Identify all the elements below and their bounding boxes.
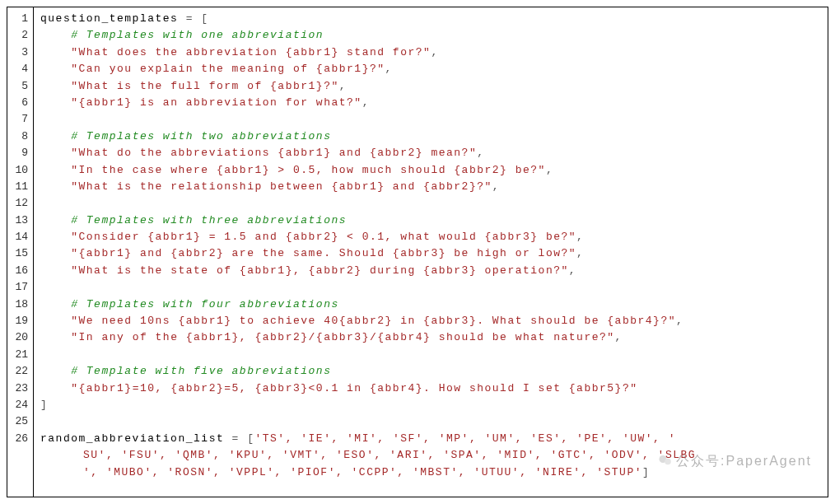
code-block: 1 2 3 4 5 6 7 8 9 10 11 12 13 14 15 16 1…	[7, 7, 828, 497]
code-line: "What is the state of {abbr1}, {abbr2} d…	[40, 263, 821, 279]
code-line: "{abbr1}=10, {abbr2}=5, {abbr3}<0.1 in {…	[40, 380, 821, 397]
code-line: "Consider {abbr1} = 1.5 and {abbr2} < 0.…	[40, 229, 821, 245]
comment: # Templates with three abbreviations	[71, 214, 347, 226]
string-literal: "What is the state of {abbr1}, {abbr2} d…	[71, 264, 569, 277]
punct: ,	[362, 96, 370, 109]
indent	[40, 63, 71, 75]
indent	[40, 80, 71, 92]
indent	[40, 231, 71, 243]
indent	[40, 264, 71, 277]
string-literal: "{abbr1}=10, {abbr2}=5, {abbr3}<0.1 in {…	[71, 382, 637, 394]
indent	[40, 315, 71, 327]
punct: ,	[492, 180, 500, 193]
string-literal: ', 'MUBO', 'ROSN', 'VPPL', 'PIOF', 'CCPP…	[83, 466, 642, 478]
code-line: "In any of the {abbr1}, {abbr2}/{abbr3}/…	[40, 329, 821, 346]
line-number: 14	[11, 229, 28, 245]
string-literal: SU', 'FSU', 'QMB', 'KPU', 'VMT', 'ESO', …	[83, 449, 696, 461]
code-line: "{abbr1} is an abbreviation for what?",	[40, 95, 821, 111]
line-number: 17	[11, 279, 28, 296]
line-number-gutter: 1 2 3 4 5 6 7 8 9 10 11 12 13 14 15 16 1…	[7, 7, 34, 497]
indent	[40, 130, 71, 142]
code-line-wrap: ', 'MUBO', 'ROSN', 'VPPL', 'PIOF', 'CCPP…	[40, 464, 821, 481]
line-number: 9	[11, 145, 28, 161]
string-literal: "What is the relationship between {abbr1…	[71, 180, 492, 193]
code-line: question_templates = [	[40, 11, 821, 27]
identifier: random_abbreviation_list	[40, 432, 232, 445]
code-line	[40, 195, 821, 212]
line-number: 8	[11, 128, 28, 145]
indent	[40, 214, 71, 226]
string-literal: "What do the abbreviations {abbr1} and {…	[71, 147, 477, 159]
indent	[40, 180, 71, 193]
indent	[40, 147, 71, 159]
code-line	[40, 347, 821, 363]
code-line-wrap: SU', 'FSU', 'QMB', 'KPU', 'VMT', 'ESO', …	[40, 447, 821, 464]
punct: ,	[385, 63, 393, 75]
string-literal: "In any of the {abbr1}, {abbr2}/{abbr3}/…	[71, 331, 614, 343]
code-line	[40, 279, 821, 296]
code-line: # Templates with one abbreviation	[40, 27, 821, 44]
code-line: "Can you explain the meaning of {abbr1}?…	[40, 61, 821, 77]
line-number: 22	[11, 363, 28, 380]
indent	[40, 298, 71, 310]
code-line: "{abbr1} and {abbr2} are the same. Shoul…	[40, 245, 821, 262]
punct: ]	[642, 466, 650, 478]
string-literal: "{abbr1} is an abbreviation for what?"	[71, 96, 362, 109]
code-line: # Templates with four abbreviations	[40, 296, 821, 313]
indent	[40, 46, 71, 58]
punct: ,	[576, 231, 584, 243]
punct: ]	[40, 399, 48, 411]
comment: # Templates with two abbreviations	[71, 130, 331, 142]
line-number: 23	[11, 380, 28, 397]
code-line: "What does the abbreviation {abbr1} stan…	[40, 44, 821, 61]
code-line: ]	[40, 397, 821, 413]
line-number: 18	[11, 296, 28, 313]
punct: = [	[186, 12, 209, 25]
comment: # Templates with one abbreviation	[71, 29, 324, 41]
punct: ,	[431, 46, 438, 58]
string-literal: 'TS', 'IE', 'MI', 'SF', 'MP', 'UM', 'ES'…	[254, 432, 676, 445]
punct: ,	[676, 315, 683, 327]
punct: ,	[339, 80, 347, 92]
code-line: # Template with five abbreviations	[40, 363, 821, 380]
comment: # Templates with four abbreviations	[71, 298, 339, 310]
line-number: 13	[11, 212, 28, 229]
line-number: 2	[11, 27, 28, 44]
string-literal: "We need 10ns {abbr1} to achieve 40{abbr…	[71, 315, 676, 327]
line-number: 12	[11, 195, 28, 212]
code-line: "What is the full form of {abbr1}?",	[40, 78, 821, 95]
punct: ,	[477, 147, 484, 159]
line-number: 25	[11, 413, 28, 430]
code-line: random_abbreviation_list = ['TS', 'IE', …	[40, 431, 821, 447]
punct: ,	[576, 247, 584, 259]
punct: ,	[615, 331, 623, 343]
indent	[40, 365, 71, 377]
indent	[40, 382, 71, 394]
string-literal: "What does the abbreviation {abbr1} stan…	[71, 46, 431, 58]
code-line: # Templates with three abbreviations	[40, 212, 821, 229]
code-line	[40, 111, 821, 128]
line-number: 7	[11, 111, 28, 128]
indent	[40, 29, 71, 41]
comment: # Template with five abbreviations	[71, 365, 331, 377]
indent	[40, 331, 71, 343]
punct: ,	[546, 164, 553, 176]
line-number: 5	[11, 78, 28, 95]
identifier: question_templates	[40, 12, 186, 25]
code-line: # Templates with two abbreviations	[40, 128, 821, 145]
line-number: 11	[11, 179, 28, 195]
code-line: "What do the abbreviations {abbr1} and {…	[40, 145, 821, 161]
line-number: 6	[11, 95, 28, 111]
line-number: 1	[11, 11, 28, 27]
line-number: 4	[11, 61, 28, 77]
code-line: "We need 10ns {abbr1} to achieve 40{abbr…	[40, 313, 821, 329]
string-literal: "Can you explain the meaning of {abbr1}?…	[71, 63, 385, 75]
string-literal: "Consider {abbr1} = 1.5 and {abbr2} < 0.…	[71, 231, 576, 243]
indent	[40, 247, 71, 259]
punct: ,	[569, 264, 576, 277]
line-number: 21	[11, 347, 28, 363]
line-number: 19	[11, 313, 28, 329]
indent	[40, 164, 71, 176]
line-number: 10	[11, 162, 28, 179]
indent	[40, 96, 71, 109]
